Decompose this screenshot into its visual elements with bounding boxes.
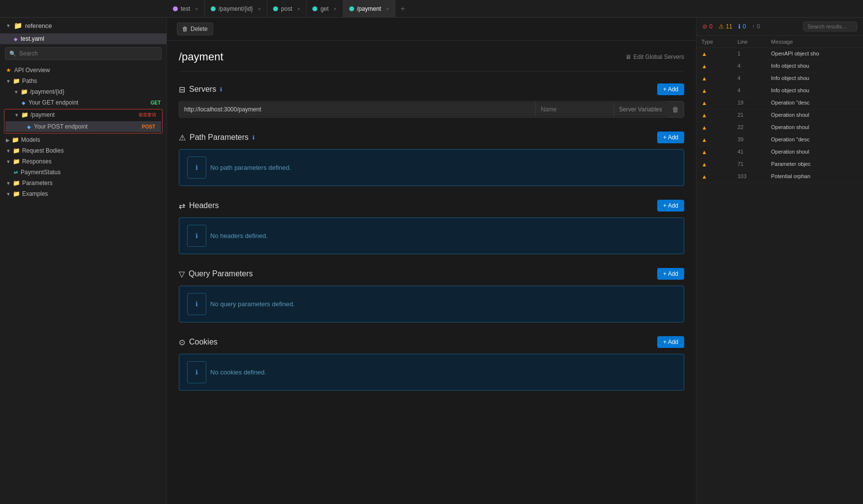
sidebar-item-payment-id[interactable]: ▼ 📁 /payment/{id} <box>0 86 167 97</box>
tab-test[interactable]: test × <box>167 0 205 18</box>
tab-close-payment-id[interactable]: × <box>258 6 261 12</box>
issue-line-cell: 41 <box>732 146 766 159</box>
issue-type-cell: ▲ <box>696 171 732 183</box>
sidebar-file-item[interactable]: ◆ test.yaml <box>0 33 167 44</box>
headers-empty: ℹ No headers defined. <box>179 217 684 254</box>
query-params-label: Query Parameters <box>189 269 253 278</box>
issue-line-cell: 39 <box>732 134 766 146</box>
issue-message-cell: Info object shou <box>766 85 863 97</box>
issue-message-cell: Parameter objec <box>766 159 863 171</box>
examples-label: Examples <box>22 190 48 197</box>
issue-type-cell: ▲ <box>696 109 732 122</box>
sidebar-item-payment-status[interactable]: ⇄ PaymentStatus <box>0 167 167 178</box>
sidebar-item-paths[interactable]: ▼ 📁 Paths <box>0 76 167 86</box>
issue-type-cell: ▲ <box>696 97 732 109</box>
issue-message-cell: Operation shoul <box>766 122 863 134</box>
tab-icon-post <box>273 6 278 11</box>
path-params-add-button[interactable]: + Add <box>657 132 684 143</box>
warn-icon: ⚠ <box>719 23 724 30</box>
server-name-input[interactable] <box>535 102 614 117</box>
servers-icon: ⊟ <box>179 85 185 94</box>
issue-type-cell: ▲ <box>696 73 732 85</box>
table-row[interactable]: ▲ 4 Info object shou <box>696 85 863 97</box>
cookies-label: Cookies <box>189 338 218 346</box>
sidebar-item-get-endpoint[interactable]: ◆ Your GET endpoint GET <box>0 97 167 108</box>
edit-global-servers-button[interactable]: 🖥 Edit Global Servers <box>625 53 684 60</box>
col-message: Message <box>766 36 863 48</box>
issue-line-cell: 22 <box>732 122 766 134</box>
servers-label: Servers <box>189 85 216 94</box>
servers-section-title: ⊟ Servers ℹ <box>179 85 222 94</box>
table-row[interactable]: ▲ 71 Parameter objec <box>696 159 863 171</box>
star-icon: ★ <box>6 67 11 74</box>
delete-button[interactable]: 🗑 Delete <box>177 23 213 35</box>
cookies-header: ⊙ Cookies + Add <box>179 336 684 348</box>
issue-type-cell: ▲ <box>696 48 732 60</box>
search-input[interactable] <box>19 50 157 57</box>
query-params-section: ▽ Query Parameters + Add ℹ No query para… <box>179 268 684 322</box>
sidebar-item-api-overview[interactable]: ★ API Overview <box>0 65 167 76</box>
table-row[interactable]: ▲ 103 Potential orphan <box>696 171 863 183</box>
sidebar-item-models[interactable]: ▶ 📁 Models <box>0 134 167 145</box>
tab-close-test[interactable]: × <box>195 6 198 12</box>
issue-type-cell: ▲ <box>696 159 732 171</box>
tab-icon-payment-id <box>211 6 216 11</box>
table-row[interactable]: ▲ 4 Info object shou <box>696 73 863 85</box>
server-delete-button[interactable]: 🗑 <box>667 102 684 117</box>
headers-empty-msg: No headers defined. <box>210 232 268 239</box>
tab-post[interactable]: post × <box>267 0 306 18</box>
table-row[interactable]: ▲ 21 Operation shoul <box>696 109 863 122</box>
chevron-parameters: ▼ <box>6 181 11 186</box>
servers-add-button[interactable]: + Add <box>657 83 684 95</box>
request-bodies-label: Request Bodies <box>22 147 64 154</box>
table-row[interactable]: ▲ 22 Operation shoul <box>696 122 863 134</box>
folder-icon-responses: 📁 <box>13 158 20 165</box>
query-params-empty: ℹ No query parameters defined. <box>179 286 684 322</box>
query-params-add-button[interactable]: + Add <box>657 268 684 280</box>
sidebar-item-post-endpoint[interactable]: ◆ Your POST endpoint POST <box>5 121 161 132</box>
issue-message-cell: OpenAPI object sho <box>766 48 863 60</box>
headers-add-button[interactable]: + Add <box>657 200 684 212</box>
table-row[interactable]: ▲ 19 Operation "desc <box>696 97 863 109</box>
path-params-section: ⚠ Path Parameters ℹ + Add ℹ No path para… <box>179 132 684 186</box>
server-variables-button[interactable]: Server Variables <box>614 102 667 117</box>
table-row[interactable]: ▲ 39 Operation "desc <box>696 134 863 146</box>
servers-section: ⊟ Servers ℹ + Add Server Variables 🗑 <box>179 83 684 118</box>
tab-payment-id[interactable]: /payment/{id} × <box>205 0 268 18</box>
table-row[interactable]: ▲ 41 Operation shoul <box>696 146 863 159</box>
tab-payment[interactable]: /payment × <box>343 0 396 18</box>
cookies-add-label: + Add <box>663 339 678 345</box>
headers-empty-icon: ℹ <box>187 225 206 247</box>
tab-add-button[interactable]: + <box>395 4 410 13</box>
warn-badge: ⚠ 11 <box>719 23 732 30</box>
headers-header: ⇄ Headers + Add <box>179 200 684 212</box>
tab-close-post[interactable]: × <box>297 6 300 12</box>
query-params-add-label: + Add <box>663 270 678 277</box>
get-method-badge: GET <box>150 100 161 106</box>
chevron-payment-id: ▼ <box>14 89 19 95</box>
sidebar-item-parameters[interactable]: ▼ 📁 Parameters <box>0 178 167 188</box>
tab-close-get[interactable]: × <box>334 6 336 12</box>
post-method-badge: POST <box>142 124 155 130</box>
chevron-request-bodies: ▼ <box>6 148 11 154</box>
tab-label-test: test <box>181 5 190 12</box>
sidebar-item-payment[interactable]: ▼ 📁 /payment 都需要填 <box>4 109 162 120</box>
folder-icon-request-bodies: 📁 <box>13 147 20 154</box>
query-params-empty-msg: No query parameters defined. <box>210 300 295 308</box>
tab-close-payment[interactable]: × <box>386 6 389 12</box>
table-row[interactable]: ▲ 1 OpenAPI object sho <box>696 48 863 60</box>
path-params-title: ⚠ Path Parameters ℹ <box>179 133 254 142</box>
sidebar-item-responses[interactable]: ▼ 📁 Responses <box>0 156 167 167</box>
table-row[interactable]: ▲ 4 Info object shou <box>696 60 863 73</box>
paths-label: Paths <box>22 78 37 84</box>
sidebar-item-request-bodies[interactable]: ▼ 📁 Request Bodies <box>0 145 167 156</box>
delete-label: Delete <box>191 26 208 32</box>
cookies-add-button[interactable]: + Add <box>657 336 684 348</box>
tab-label-payment-id: /payment/{id} <box>219 5 253 12</box>
search-results-input[interactable] <box>803 22 857 31</box>
right-panel-table: Type Line Message ▲ 1 OpenAPI object sho… <box>696 36 863 504</box>
sidebar-item-examples[interactable]: ▼ 📁 Examples <box>0 188 167 199</box>
trash-icon: 🗑 <box>182 26 188 32</box>
tab-get[interactable]: get × <box>306 0 343 18</box>
server-url-input[interactable] <box>179 102 535 117</box>
